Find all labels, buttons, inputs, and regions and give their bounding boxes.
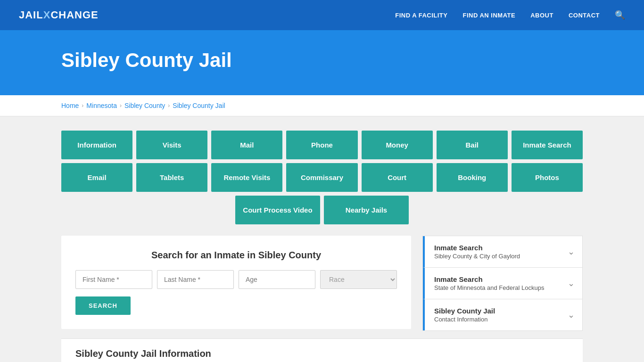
sidebar-inmate-search-state[interactable]: Inmate Search State of Minnesota and Fed… <box>423 268 582 299</box>
inmate-search-card: Search for an Inmate in Sibley County Ra… <box>61 236 411 329</box>
breadcrumb: Home › Minnesota › Sibley County › Sible… <box>61 102 583 109</box>
home-breadcrumb[interactable]: Home <box>61 102 79 109</box>
grid-row-3: Court Process Video Nearby Jails <box>61 196 583 224</box>
breadcrumb-sep-2: › <box>120 102 122 109</box>
inmate-search-btn[interactable]: Inmate Search <box>512 131 583 159</box>
search-title: Search for an Inmate in Sibley County <box>75 250 397 261</box>
chevron-down-icon-3: ⌄ <box>568 310 575 320</box>
phone-btn[interactable]: Phone <box>286 131 357 159</box>
sidebar-item-3-subtitle: Contact Information <box>434 316 495 323</box>
breadcrumb-sep-3: › <box>168 102 170 109</box>
chevron-down-icon-2: ⌄ <box>568 278 575 288</box>
sidebar-contact-info[interactable]: Sibley County Jail Contact Information ⌄ <box>423 299 582 330</box>
header: JAILXCHANGE FIND A FACILITY FIND AN INMA… <box>0 0 644 30</box>
age-input[interactable] <box>239 270 315 289</box>
hero-section: Sibley County Jail <box>0 30 644 95</box>
grid-row-1: Information Visits Mail Phone Money Bail… <box>61 131 583 159</box>
email-btn[interactable]: Email <box>61 163 132 192</box>
main-content: Information Visits Mail Phone Money Bail… <box>0 116 644 362</box>
category-grid: Information Visits Mail Phone Money Bail… <box>61 131 583 224</box>
sidebar-item-3-title: Sibley County Jail <box>434 307 495 315</box>
find-inmate-nav[interactable]: FIND AN INMATE <box>462 12 515 19</box>
sidebar-item-2-title: Inmate Search <box>434 275 544 283</box>
nearby-jails-btn[interactable]: Nearby Jails <box>324 196 409 224</box>
remote-visits-btn[interactable]: Remote Visits <box>211 163 282 192</box>
about-nav[interactable]: ABOUT <box>530 12 553 19</box>
information-btn[interactable]: Information <box>61 131 132 159</box>
info-title: Sibley County Jail Information <box>75 348 569 359</box>
last-name-input[interactable] <box>157 270 234 289</box>
main-nav: FIND A FACILITY FIND AN INMATE ABOUT CON… <box>395 10 625 20</box>
booking-btn[interactable]: Booking <box>437 163 508 192</box>
logo[interactable]: JAILXCHANGE <box>19 9 99 21</box>
chevron-down-icon: ⌄ <box>568 247 575 257</box>
find-facility-nav[interactable]: FIND A FACILITY <box>395 12 447 19</box>
court-btn[interactable]: Court <box>362 163 433 192</box>
minnesota-breadcrumb[interactable]: Minnesota <box>86 102 117 109</box>
race-select[interactable]: Race White Black Hispanic Asian Other <box>320 270 397 289</box>
search-fields: Race White Black Hispanic Asian Other <box>75 270 397 289</box>
bail-btn[interactable]: Bail <box>437 131 508 159</box>
page-title: Sibley County Jail <box>61 49 583 72</box>
info-section: Sibley County Jail Information <box>61 338 583 362</box>
visits-btn[interactable]: Visits <box>136 131 207 159</box>
sidebar-item-1-subtitle: Sibley County & City of Gaylord <box>434 253 520 260</box>
tablets-btn[interactable]: Tablets <box>136 163 207 192</box>
logo-exchange-text: CHANGE <box>50 9 98 21</box>
grid-row-2: Email Tablets Remote Visits Commissary C… <box>61 163 583 192</box>
sidebar: Inmate Search Sibley County & City of Ga… <box>422 236 583 331</box>
sidebar-item-1-title: Inmate Search <box>434 244 520 252</box>
mail-btn[interactable]: Mail <box>211 131 282 159</box>
logo-x-text: X <box>43 9 51 21</box>
contact-nav[interactable]: CONTACT <box>569 12 600 19</box>
lower-section: Search for an Inmate in Sibley County Ra… <box>61 236 583 331</box>
first-name-input[interactable] <box>75 270 152 289</box>
search-button[interactable]: SEARCH <box>75 296 131 315</box>
breadcrumb-sep-1: › <box>82 102 83 109</box>
logo-jail-text: JAIL <box>19 9 43 21</box>
money-btn[interactable]: Money <box>362 131 433 159</box>
sibley-county-breadcrumb[interactable]: Sibley County <box>124 102 165 109</box>
court-process-video-btn[interactable]: Court Process Video <box>235 196 320 224</box>
sidebar-item-2-subtitle: State of Minnesota and Federal Lockups <box>434 284 544 291</box>
breadcrumb-bar: Home › Minnesota › Sibley County › Sible… <box>0 95 644 116</box>
search-icon[interactable]: 🔍 <box>615 10 625 20</box>
photos-btn[interactable]: Photos <box>512 163 583 192</box>
sidebar-inmate-search-local[interactable]: Inmate Search Sibley County & City of Ga… <box>423 236 582 268</box>
commissary-btn[interactable]: Commissary <box>286 163 357 192</box>
sibley-jail-breadcrumb: Sibley County Jail <box>173 102 225 109</box>
